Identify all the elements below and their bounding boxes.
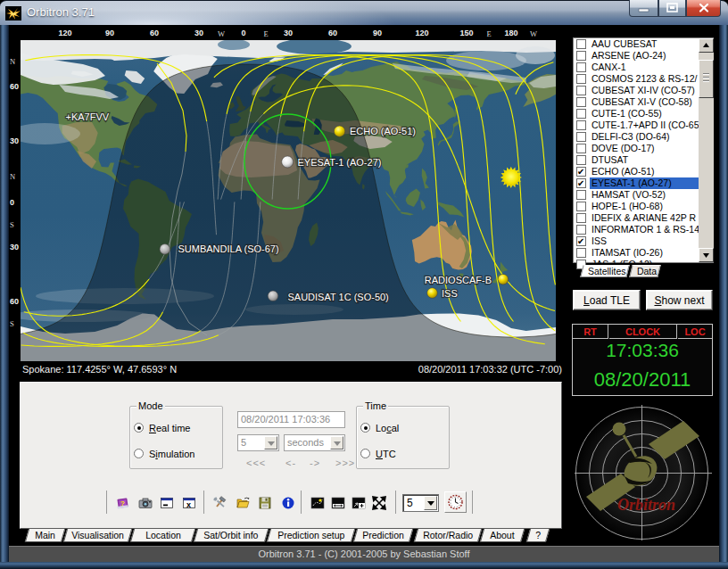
svg-text:+KA7FVV: +KA7FVV: [66, 111, 110, 122]
svg-text:RADIOSCAF-B: RADIOSCAF-B: [425, 275, 492, 285]
svg-text:ISS: ISS: [442, 288, 458, 299]
svg-text:EYESAT-1 (AO-27): EYESAT-1 (AO-27): [298, 157, 382, 168]
svg-text:x: x: [186, 500, 191, 509]
svg-text:Orbitron: Orbitron: [617, 496, 675, 514]
svg-text:SUMBANDILA (SO-67): SUMBANDILA (SO-67): [178, 243, 279, 254]
svg-text:SAUDISAT 1C (SO-50): SAUDISAT 1C (SO-50): [288, 292, 389, 302]
svg-text:ECHO (AO-51): ECHO (AO-51): [350, 126, 416, 136]
